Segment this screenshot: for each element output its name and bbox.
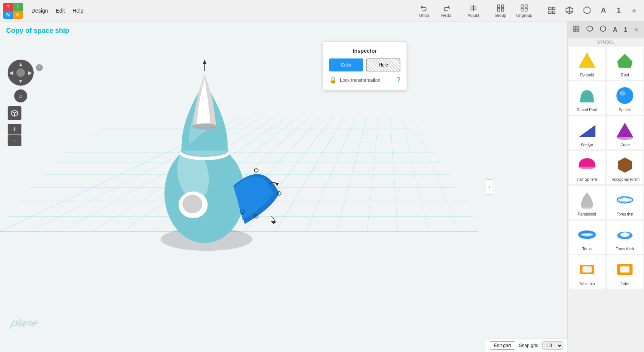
svg-rect-9	[521, 8, 524, 11]
app-logo[interactable]: T I N K	[3, 3, 23, 19]
panel-collapse-toggle[interactable]: ›	[486, 179, 493, 195]
svg-point-86	[620, 198, 630, 202]
box-view-button[interactable]	[579, 5, 595, 17]
svg-rect-3	[498, 5, 500, 7]
grid-icon	[548, 6, 556, 15]
snap-select[interactable]: 1.0 0.5 0.25 2.0	[542, 341, 563, 350]
help-badge[interactable]: ?	[36, 64, 43, 71]
inspector-help-button[interactable]: ?	[397, 76, 400, 84]
nav-up-button[interactable]: ▲	[18, 61, 23, 67]
nav-left-button[interactable]: ◀	[9, 70, 13, 76]
shape-visual-tube	[614, 259, 636, 280]
panel-text-button[interactable]: A	[611, 25, 619, 35]
zoom-in-button[interactable]: +	[8, 124, 21, 135]
shape-item-round-roof[interactable]: Round Roof	[569, 81, 605, 115]
cube-button[interactable]	[8, 106, 21, 120]
nav-wheel: ▲ ▼ ◀ ▶	[8, 60, 34, 86]
svg-point-57	[254, 169, 258, 172]
redo-icon	[442, 4, 450, 12]
svg-point-81	[579, 164, 595, 169]
inspector-hole-button[interactable]: Hole	[366, 58, 400, 71]
shape-item-half-sphere[interactable]: Half Sphere	[569, 151, 605, 184]
svg-rect-6	[501, 8, 504, 11]
text-button[interactable]: A	[597, 5, 610, 16]
shape-item-wedge[interactable]: Wedge	[569, 116, 605, 149]
svg-marker-64	[203, 60, 207, 64]
star-button[interactable]: ★	[627, 5, 641, 16]
inspector-type-buttons: Color Hole	[329, 58, 400, 71]
menu-edit[interactable]: Edit	[52, 6, 69, 15]
svg-rect-67	[577, 26, 579, 28]
shape-item-torus[interactable]: Torus	[569, 221, 605, 254]
shape-item-cone[interactable]: Cone	[607, 116, 644, 149]
svg-rect-12	[553, 7, 555, 9]
shape-label-pyramid: Pyramid	[580, 73, 594, 77]
lock-icon: 🔒	[329, 76, 337, 84]
panel-star-button[interactable]: ★	[632, 24, 641, 35]
project-title: Copy of space ship	[6, 27, 69, 35]
canvas-area[interactable]: Copy of space ship ?	[0, 21, 568, 352]
nav-down-button[interactable]: ▼	[18, 78, 23, 84]
logo-n: N	[3, 11, 13, 19]
svg-rect-66	[574, 26, 576, 28]
svg-rect-8	[525, 5, 527, 7]
shape-item-paraboloid[interactable]: Paraboloid	[569, 186, 605, 219]
panel-box-button[interactable]	[598, 24, 608, 36]
panel-grid-icon	[573, 25, 580, 32]
shape-item-tube-thin[interactable]: Tube thin	[569, 255, 605, 289]
shape-label-hexagonal-prism: Hexagonal Prism	[610, 177, 639, 182]
shape-item-pyramid[interactable]: Pyramid	[569, 47, 605, 80]
lock-label: Lock transformation	[340, 78, 380, 83]
svg-rect-14	[553, 11, 555, 13]
ungroup-button[interactable]: Ungroup	[512, 2, 536, 19]
inspector-panel: Inspector Color Hole 🔒 Lock transformati…	[323, 41, 407, 91]
panel-3d-button[interactable]	[585, 24, 595, 36]
shape-visual-roof	[614, 50, 636, 71]
inspector-color-button[interactable]: Color	[329, 58, 363, 71]
shape-label-sphere: Sphere	[619, 108, 631, 112]
shape-item-torus-thin[interactable]: Torus thin	[607, 186, 644, 219]
zoom-out-button[interactable]: -	[8, 135, 21, 146]
undo-button[interactable]: Undo	[414, 2, 434, 19]
shape-visual-wedge	[576, 120, 598, 141]
shape-label-cone: Cone	[620, 143, 629, 147]
menu-help[interactable]: Help	[69, 6, 88, 15]
shape-item-tube[interactable]: Tube	[607, 255, 644, 289]
shape-label-torus: Torus	[582, 247, 592, 251]
group-button[interactable]: Group	[490, 2, 511, 19]
shape-item-hexagonal-prism[interactable]: Hexagonal Prism	[607, 151, 644, 184]
panel-3d-icon	[586, 25, 593, 32]
zoom-controls: + -	[8, 124, 34, 146]
svg-point-55	[181, 144, 228, 157]
home-button[interactable]: ⌂	[14, 89, 27, 102]
lock-row: 🔒 Lock transformation ?	[329, 76, 400, 84]
toolbar-divider-1	[460, 4, 460, 18]
toolbar-right: A 1 ★	[544, 5, 641, 17]
svg-rect-7	[521, 5, 524, 7]
shape-item-torus-thick[interactable]: Torus thick	[607, 221, 644, 254]
menu-design[interactable]: Design	[28, 6, 52, 15]
svg-rect-94	[620, 266, 629, 273]
shape-item-roof[interactable]: Roof	[607, 47, 644, 80]
shape-visual-sphere	[614, 85, 636, 106]
svg-point-75	[616, 87, 633, 104]
nav-right-button[interactable]: ▶	[28, 70, 32, 76]
logo-i: I	[13, 3, 23, 11]
panel-number-button[interactable]: 1	[622, 25, 629, 35]
logo-k: K	[13, 11, 23, 19]
3d-view-button[interactable]	[561, 5, 577, 17]
nav-controls: ▲ ▼ ◀ ▶ ⌂ + -	[8, 60, 34, 146]
3d-icon	[565, 6, 574, 15]
shape-visual-tube-thin	[576, 259, 598, 280]
shape-visual-cone	[614, 120, 636, 141]
edit-grid-button[interactable]: Edit grid	[490, 341, 515, 350]
adjust-button[interactable]: Adjust	[463, 2, 484, 19]
number-button[interactable]: 1	[612, 5, 626, 16]
grid-view-button[interactable]	[544, 5, 560, 17]
shape-item-sphere[interactable]: Sphere	[607, 81, 644, 115]
panel-grid-view-button[interactable]	[571, 24, 581, 36]
svg-rect-11	[549, 7, 551, 9]
svg-point-84	[582, 206, 592, 209]
redo-button[interactable]: Redo	[436, 2, 457, 19]
svg-point-80	[616, 135, 633, 140]
